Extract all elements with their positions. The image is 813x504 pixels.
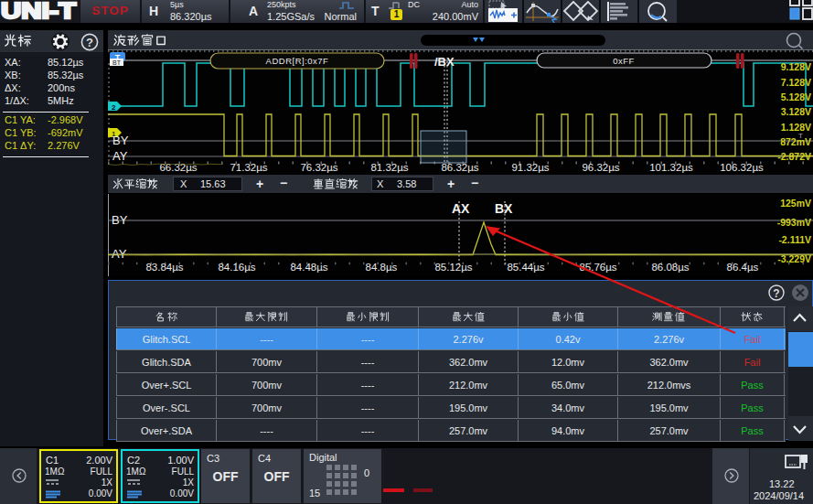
svg-text:?: ? xyxy=(773,287,779,300)
svg-text:BX: BX xyxy=(495,201,513,216)
svg-text:UNI-T: UNI-T xyxy=(1,0,76,23)
svg-text:106.32µs: 106.32µs xyxy=(720,162,764,173)
svg-text:85.76µs: 85.76µs xyxy=(579,262,616,273)
svg-text:85.12µs: 85.12µs xyxy=(434,262,472,273)
svg-text:BT: BT xyxy=(112,59,122,66)
svg-text:76.32µs: 76.32µs xyxy=(300,162,337,173)
svg-text:66.32µs: 66.32µs xyxy=(159,162,197,173)
svg-text:-993mV: -993mV xyxy=(777,217,811,228)
svg-text:5.128V: 5.128V xyxy=(781,91,811,102)
svg-text:BY: BY xyxy=(112,134,129,147)
svg-text:96.32µs: 96.32µs xyxy=(582,162,619,173)
svg-text:86.08µs: 86.08µs xyxy=(651,262,689,273)
svg-text:1.128V: 1.128V xyxy=(781,122,811,133)
svg-text:86.4µs: 86.4µs xyxy=(727,262,759,273)
svg-text:?: ? xyxy=(86,36,93,49)
svg-text:83.84µs: 83.84µs xyxy=(145,262,183,273)
svg-text:81.32µs: 81.32µs xyxy=(370,162,408,173)
svg-text:-2.111V: -2.111V xyxy=(778,234,811,245)
svg-text:-3.229V: -3.229V xyxy=(777,253,811,264)
svg-text:-2.872V: -2.872V xyxy=(777,151,811,162)
svg-text:91.32µs: 91.32µs xyxy=(511,162,549,173)
svg-text:86.32µs: 86.32µs xyxy=(441,162,478,173)
svg-text:84.8µs: 84.8µs xyxy=(366,262,398,273)
svg-text:AY: AY xyxy=(112,149,128,163)
svg-text:T: T xyxy=(798,132,803,140)
svg-text:0xFF: 0xFF xyxy=(613,56,635,66)
svg-text:/BX: /BX xyxy=(434,55,455,69)
svg-text:125mV: 125mV xyxy=(780,198,811,209)
svg-text:101.32µs: 101.32µs xyxy=(649,162,693,173)
svg-text:AX: AX xyxy=(452,201,470,216)
svg-text:85.44µs: 85.44µs xyxy=(507,262,544,273)
svg-text:BY: BY xyxy=(112,213,128,227)
svg-text:2: 2 xyxy=(112,103,116,112)
svg-text:ADDR[R]:0x7F: ADDR[R]:0x7F xyxy=(266,56,329,66)
svg-text:3.128V: 3.128V xyxy=(781,106,811,117)
svg-text:9.128V: 9.128V xyxy=(781,61,811,72)
svg-text:84.48µs: 84.48µs xyxy=(290,262,327,273)
svg-text:872mV: 872mV xyxy=(780,136,811,147)
svg-text:84.16µs: 84.16µs xyxy=(218,262,255,273)
svg-text:7.128V: 7.128V xyxy=(781,77,811,88)
svg-text:71.32µs: 71.32µs xyxy=(230,162,267,173)
svg-text:AY: AY xyxy=(112,247,127,261)
